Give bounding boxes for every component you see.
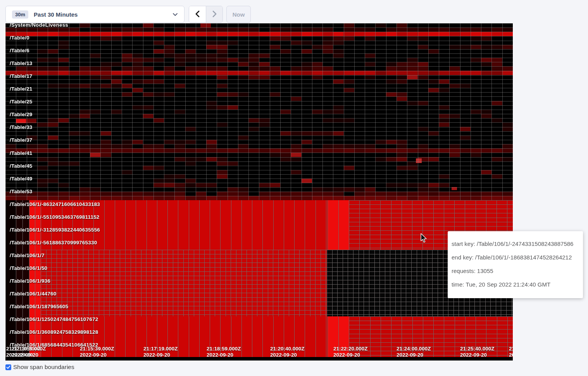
heatmap-canvas[interactable] — [5, 23, 513, 361]
next-time-button[interactable] — [206, 6, 222, 22]
span-tooltip: start key: /Table/106/1/-247433150824388… — [448, 231, 583, 298]
tooltip-line: end key: /Table/106/1/-18683814745282642… — [452, 254, 579, 261]
chevron-left-icon — [195, 10, 201, 19]
show-span-boundaries-checkbox[interactable] — [5, 364, 11, 370]
tooltip-line: time: Tue, 20 Sep 2022 21:24:40 GMT — [452, 281, 579, 288]
show-span-boundaries-label: Show span boundaries — [13, 364, 74, 371]
key-visualizer-page: 30m Past 30 Minutes Now /System/NodeLive… — [0, 0, 588, 376]
time-range-badge: 30m — [12, 10, 28, 19]
tooltip-line: requests: 13055 — [452, 267, 579, 275]
time-nav-group — [189, 6, 223, 23]
chevron-right-icon — [211, 10, 217, 19]
chevron-down-icon — [172, 12, 178, 17]
time-range-label: Past 30 Minutes — [34, 11, 172, 18]
key-visualizer-heatmap[interactable]: /System/NodeLiveness/Table/0/Table/6/Tab… — [5, 23, 513, 361]
time-range-dropdown[interactable]: 30m Past 30 Minutes — [5, 6, 185, 23]
prev-time-button[interactable] — [189, 6, 206, 22]
tooltip-line: start key: /Table/106/1/-247433150824388… — [452, 240, 579, 248]
now-button[interactable]: Now — [226, 6, 251, 23]
footer-controls: Show span boundaries — [5, 364, 74, 371]
